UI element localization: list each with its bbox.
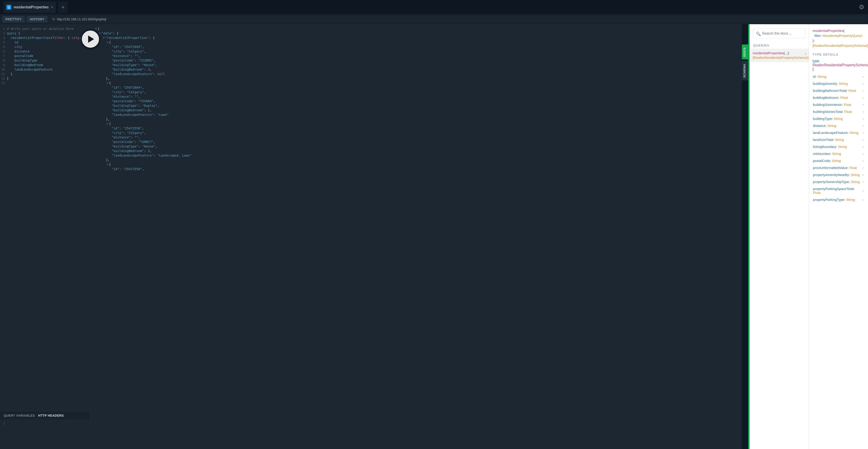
field-name: propertyOwnershipType xyxy=(813,180,849,184)
field-name: listingBoundary xyxy=(813,145,836,149)
editor-gutter: 1 2 3 4 5 6 7 8 9 10 11 12 13 xyxy=(0,27,7,411)
query-pane: 1 2 3 4 5 6 7 8 9 10 11 12 13 # Write yo… xyxy=(0,24,90,449)
reload-icon[interactable]: ↻ xyxy=(52,17,55,22)
chevron-right-icon: ▸ xyxy=(863,138,864,141)
docs-queries-col: 🔍 QUERIES residentialProperties(...): [R… xyxy=(749,24,809,449)
chevron-right-icon: ▸ xyxy=(863,103,864,106)
close-icon[interactable]: × xyxy=(51,5,53,9)
field-name: propertyParkingSpaceTotal xyxy=(813,187,854,191)
chevron-right-icon: ▸ xyxy=(863,189,864,192)
tab-http-headers[interactable]: HTTP HEADERS xyxy=(38,414,64,417)
section-type-details-title: TYPE DETAILS xyxy=(809,50,868,58)
chevron-right-icon: ▸ xyxy=(863,159,864,162)
results-pane[interactable]: ▼{ ▼"data": { ▼"residentialProperties": … xyxy=(90,24,742,449)
chevron-right-icon: ▸ xyxy=(863,82,864,85)
field-row[interactable]: propertyOwnershipType: String▸ xyxy=(809,178,868,185)
field-name: distance xyxy=(813,124,826,127)
url-text: http://192.168.11.101:3000/graphql xyxy=(57,18,106,21)
docs-search-input[interactable] xyxy=(753,29,805,38)
execute-button[interactable] xyxy=(81,30,100,49)
field-type: String xyxy=(834,117,843,121)
chevron-right-icon: ▸ xyxy=(863,166,864,170)
tab-active[interactable]: Q residentialProperties × xyxy=(4,2,56,13)
field-row[interactable]: buildingStoriesTotal: Float▸ xyxy=(809,108,868,115)
field-row[interactable]: propertyAmenityNearBy: String▸ xyxy=(809,171,868,178)
field-name: buildingBedroom xyxy=(813,96,839,99)
docs-panel: 🔍 QUERIES residentialProperties(...): [R… xyxy=(749,24,868,449)
field-row[interactable]: distance: String▸ xyxy=(809,122,868,129)
field-type: String xyxy=(832,152,841,156)
field-row[interactable]: mlsNumber: String▸ xyxy=(809,150,868,157)
field-name: buildingStoriesTotal xyxy=(813,110,842,114)
chevron-right-icon: ▸ xyxy=(863,173,864,176)
search-icon: 🔍 xyxy=(756,31,761,36)
tab-schema[interactable]: SCHEMA xyxy=(742,61,748,80)
field-row[interactable]: propertyParkingType: String▸ xyxy=(809,196,868,203)
toolbar: PRETTIFY HISTORY ↻ http://192.168.11.101… xyxy=(0,14,868,24)
field-row[interactable]: postalCode: String▸ xyxy=(809,157,868,164)
url-bar[interactable]: ↻ http://192.168.11.101:3000/graphql xyxy=(50,16,866,23)
field-type: Float xyxy=(844,103,851,107)
type-name: RealtorResidentialPropertySchema xyxy=(813,63,868,67)
field-type: Float xyxy=(840,96,848,99)
new-tab-button[interactable]: + xyxy=(58,2,68,13)
chevron-right-icon: ▸ xyxy=(863,180,864,183)
history-button[interactable]: HISTORY xyxy=(27,16,48,23)
var-code[interactable] xyxy=(7,421,90,449)
entry-name: residentialProperties xyxy=(753,51,784,55)
prettify-button[interactable]: PRETTIFY xyxy=(2,16,25,23)
field-row[interactable]: id: String▸ xyxy=(809,73,868,80)
field-row[interactable]: buildingSizeInterior: Float▸ xyxy=(809,101,868,108)
field-type: String xyxy=(846,198,855,202)
tab-bar: Q residentialProperties × + ⚙ xyxy=(0,0,868,14)
field-name: buildingBathroomTotal xyxy=(813,89,846,92)
field-row[interactable]: landSizeTotal: String▸ xyxy=(809,136,868,143)
editor-code[interactable]: # Write your query or mutation here quer… xyxy=(7,27,90,411)
chevron-right-icon: ▸ xyxy=(863,152,864,155)
main: 1 2 3 4 5 6 7 8 9 10 11 12 13 # Write yo… xyxy=(0,24,868,449)
tab-badge-icon: Q xyxy=(6,5,11,10)
entry-return-type: [RealtorResidentialPropertySchema!]! xyxy=(753,56,809,59)
field-name: propertyParkingType xyxy=(813,198,844,202)
signature: residentialProperties( filter: Residenti… xyxy=(809,24,868,50)
field-row[interactable]: buildingBathroomTotal: Float▸ xyxy=(809,87,868,94)
field-row[interactable]: listingBoundary: String▸ xyxy=(809,143,868,150)
field-name: id xyxy=(813,74,816,79)
chevron-right-icon: ▸ xyxy=(863,75,864,78)
chevron-right-icon: ▸ xyxy=(863,96,864,99)
field-row[interactable]: propertyParkingSpaceTotal: Float▸ xyxy=(809,185,868,196)
field-type: String xyxy=(832,159,841,162)
query-entry[interactable]: residentialProperties(...): [RealtorResi… xyxy=(749,49,809,62)
query-editor[interactable]: 1 2 3 4 5 6 7 8 9 10 11 12 13 # Write yo… xyxy=(0,24,90,411)
chevron-right-icon: ▸ xyxy=(863,198,864,201)
field-type: String xyxy=(849,131,858,134)
docs-details-col: residentialProperties( filter: Residenti… xyxy=(809,24,868,449)
field-name: buildingAmenity xyxy=(813,82,837,86)
field-name: landLandscapeFeature xyxy=(813,131,848,134)
field-row[interactable]: priceUnformattedValue: Float▸ xyxy=(809,164,868,171)
tab-docs[interactable]: DOCS xyxy=(742,44,748,59)
field-row[interactable]: buildingAmenity: String▸ xyxy=(809,80,868,87)
field-name: propertyAmenityNearBy xyxy=(813,173,849,177)
field-type: String xyxy=(828,124,836,127)
field-row[interactable]: landLandscapeFeature: String▸ xyxy=(809,129,868,136)
results-json: ▼{ ▼"data": { ▼"residentialProperties": … xyxy=(90,24,742,174)
field-type: Float xyxy=(849,166,857,170)
field-type: String xyxy=(851,173,860,177)
gear-icon[interactable]: ⚙ xyxy=(859,3,864,11)
field-type: Float xyxy=(813,191,820,194)
section-queries-title: QUERIES xyxy=(749,40,809,49)
field-row[interactable]: buildingType: String▸ xyxy=(809,115,868,122)
chevron-right-icon: ▸ xyxy=(863,124,864,127)
field-name: buildingSizeInterior xyxy=(813,103,842,107)
type-keyword: type xyxy=(813,59,819,63)
chevron-right-icon: ▸ xyxy=(863,131,864,134)
variables-editor[interactable]: 1 xyxy=(0,420,90,449)
chevron-right-icon: ▸ xyxy=(863,145,864,148)
field-type: String xyxy=(839,82,848,86)
chevron-right-icon: ▸ xyxy=(863,110,864,113)
var-gutter: 1 xyxy=(0,421,7,449)
field-row[interactable]: buildingBedroom: Float▸ xyxy=(809,94,868,101)
field-type: Float xyxy=(848,89,856,92)
tab-query-variables[interactable]: QUERY VARIABLES xyxy=(4,414,35,417)
